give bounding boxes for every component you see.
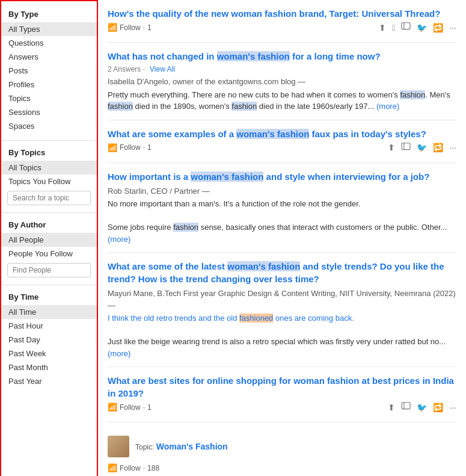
- result-title-3[interactable]: What are some examples of a woman's fash…: [108, 128, 456, 140]
- more-link-5[interactable]: (more): [108, 349, 130, 358]
- topic-avatar-img-7: [108, 436, 129, 457]
- result-actions-7: 📶 Follow · 188: [108, 463, 456, 472]
- more-icon-1[interactable]: ···: [449, 23, 456, 32]
- by-type-title: By Type: [1, 7, 97, 22]
- result-actions-3: 📶 Follow · 1 ⬆ 🐦 🔁 ···: [108, 143, 456, 153]
- author-line-2: Isabella D'Angelo, owner of the extantgo…: [108, 76, 456, 88]
- result-item-6: What are best sites for online shopping …: [108, 367, 456, 422]
- sidebar-item-past-year[interactable]: Past Year: [1, 374, 97, 388]
- share-box-icon-6[interactable]: [401, 402, 411, 412]
- sidebar-item-past-day[interactable]: Past Day: [1, 333, 97, 347]
- more-link-2[interactable]: (more): [376, 102, 399, 111]
- result-actions-1: 📶 Follow · 1 ⬆  🐦 🔁 ···: [108, 22, 456, 32]
- sidebar-item-all-types[interactable]: All Types: [1, 22, 97, 36]
- result-item-4: How important is a woman's fashion and s…: [108, 163, 456, 253]
- sidebar: By Type All Types Questions Answers Post…: [0, 0, 98, 476]
- follow-label-7: Follow: [120, 464, 141, 472]
- signal-icon-6: 📶: [108, 403, 117, 412]
- sidebar-item-all-time[interactable]: All Time: [1, 305, 97, 319]
- topic-row-7: Topic: Woman's Fashion: [108, 430, 456, 461]
- more-link-4[interactable]: (more): [108, 235, 130, 244]
- result-body-5: Mayuri Mane, B.Tech First year Graphic D…: [108, 288, 456, 359]
- divider-3: [1, 285, 97, 285]
- result-title-1[interactable]: How's the quality of the new woman fashi…: [108, 7, 456, 20]
- share-box-icon-3[interactable]: [401, 143, 411, 153]
- sidebar-item-past-week[interactable]: Past Week: [1, 347, 97, 360]
- result-item-7: Topic: Woman's Fashion 📶 Follow · 188: [108, 422, 456, 476]
- follow-button-1[interactable]: 📶 Follow · 1: [108, 23, 152, 32]
- retweet-icon-1[interactable]: 🔁: [433, 23, 443, 32]
- share-icon-box-1[interactable]: [401, 22, 411, 32]
- follow-count-3: 1: [147, 143, 152, 152]
- follow-count-1: 1: [147, 23, 152, 32]
- svg-rect-0: [402, 23, 410, 29]
- svg-rect-2: [402, 143, 410, 149]
- by-author-title: By Author: [1, 218, 97, 233]
- follow-label-6: Follow: [120, 403, 141, 412]
- sidebar-item-sessions[interactable]: Sessions: [1, 105, 97, 119]
- main-content: How's the quality of the new woman fashi…: [98, 0, 466, 476]
- sidebar-item-all-topics[interactable]: All Topics: [1, 161, 97, 175]
- sidebar-item-spaces[interactable]: Spaces: [1, 119, 97, 133]
- result-item-1: How's the quality of the new woman fashi…: [108, 0, 456, 43]
- upvote-icon-1[interactable]: ⬆: [379, 23, 386, 32]
- result-body-2: Isabella D'Angelo, owner of the extantgo…: [108, 76, 456, 113]
- follow-button-3[interactable]: 📶 Follow · 1: [108, 143, 152, 152]
- result-meta-2: 2 Answers · View All: [108, 65, 456, 73]
- follow-count-7: 188: [147, 464, 159, 472]
- upvote-icon-6[interactable]: ⬆: [388, 403, 395, 412]
- follow-count-6: 1: [147, 403, 152, 412]
- by-topics-section: By Topics All Topics Topics You Follow: [1, 146, 97, 205]
- facebook-icon-1[interactable]: : [392, 23, 395, 32]
- result-item-5: What are some of the latest woman's fash…: [108, 253, 456, 367]
- follow-label-1: Follow: [120, 23, 141, 32]
- sidebar-item-past-hour[interactable]: Past Hour: [1, 319, 97, 333]
- follow-button-7[interactable]: 📶 Follow · 188: [108, 463, 159, 472]
- follow-label-3: Follow: [120, 143, 141, 152]
- author-line-4: Rob Starlin, CEO / Partner —: [108, 185, 456, 197]
- sidebar-item-all-people[interactable]: All People: [1, 233, 97, 247]
- sidebar-item-people-you-follow[interactable]: People You Follow: [1, 247, 97, 261]
- twitter-icon-6[interactable]: 🐦: [417, 403, 427, 412]
- body-highlight-5: I think the old retro trends and the old…: [108, 314, 354, 323]
- upvote-icon-3[interactable]: ⬆: [388, 143, 395, 152]
- twitter-icon-3[interactable]: 🐦: [417, 143, 427, 152]
- by-type-section: By Type All Types Questions Answers Post…: [1, 7, 97, 133]
- sidebar-item-topics-you-follow[interactable]: Topics You Follow: [1, 175, 97, 188]
- follow-button-6[interactable]: 📶 Follow · 1: [108, 403, 152, 412]
- result-item-2: What has not changed in woman's fashion …: [108, 43, 456, 120]
- answers-count-2: 2 Answers ·: [108, 65, 145, 73]
- retweet-icon-6[interactable]: 🔁: [433, 403, 443, 412]
- author-line-5: Mayuri Mane, B.Tech First year Graphic D…: [108, 288, 456, 311]
- search-topic-input[interactable]: [7, 191, 91, 205]
- sidebar-item-profiles[interactable]: Profiles: [1, 78, 97, 91]
- more-icon-6[interactable]: ···: [449, 403, 456, 412]
- find-people-input[interactable]: [7, 263, 91, 277]
- body-text-5: Just like the beige wearing trend is als…: [108, 337, 446, 346]
- twitter-icon-1[interactable]: 🐦: [417, 23, 427, 32]
- sidebar-item-posts[interactable]: Posts: [1, 64, 97, 78]
- sidebar-item-topics[interactable]: Topics: [1, 91, 97, 105]
- result-title-2[interactable]: What has not changed in woman's fashion …: [108, 50, 456, 63]
- result-title-5[interactable]: What are some of the latest woman's fash…: [108, 260, 456, 285]
- sidebar-item-past-month[interactable]: Past Month: [1, 360, 97, 374]
- more-icon-3[interactable]: ···: [449, 143, 456, 152]
- view-all-2[interactable]: View All: [150, 65, 175, 73]
- by-topics-title: By Topics: [1, 146, 97, 161]
- result-title-6[interactable]: What are best sites for online shopping …: [108, 374, 456, 400]
- result-actions-6: 📶 Follow · 1 ⬆ 🐦 🔁 ···: [108, 402, 456, 412]
- sidebar-item-questions[interactable]: Questions: [1, 36, 97, 50]
- by-time-section: By Time All Time Past Hour Past Day Past…: [1, 290, 97, 388]
- retweet-icon-3[interactable]: 🔁: [433, 143, 443, 152]
- divider-2: [1, 212, 97, 213]
- divider-1: [1, 140, 97, 141]
- by-author-section: By Author All People People You Follow: [1, 218, 97, 277]
- body-text-4b: Some jobs require fashion sense, basical…: [108, 223, 447, 232]
- topic-avatar-7: [108, 436, 129, 457]
- topic-name-7[interactable]: Woman's Fashion: [156, 442, 228, 451]
- result-item-3: What are some examples of a woman's fash…: [108, 120, 456, 163]
- result-title-4[interactable]: How important is a woman's fashion and s…: [108, 170, 456, 183]
- signal-icon-7: 📶: [108, 463, 117, 472]
- sidebar-item-answers[interactable]: Answers: [1, 50, 97, 64]
- topic-label-7: Topic:: [135, 443, 156, 451]
